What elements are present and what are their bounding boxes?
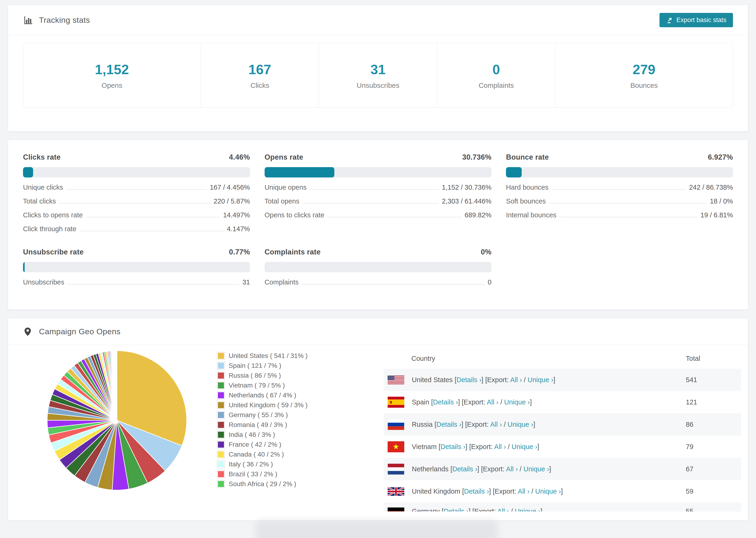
legend-item-united-kingdom: United Kingdom ( 59 / 3% ) bbox=[217, 400, 307, 410]
pie-slice-other[interactable] bbox=[117, 351, 117, 420]
export-all-link[interactable]: All › bbox=[497, 508, 509, 511]
detail-label: Opens to clicks rate bbox=[265, 211, 324, 219]
export-icon bbox=[666, 17, 673, 24]
export-unique-link[interactable]: Unique › bbox=[514, 508, 540, 511]
stat-value: 31 bbox=[319, 62, 437, 77]
detail-value: 19 / 6.81% bbox=[700, 211, 733, 219]
export-unique-link[interactable]: Unique › bbox=[523, 465, 549, 473]
geo-body: United States ( 541 / 31% )Spain ( 121 /… bbox=[8, 345, 748, 520]
rate-detail-row: Hard bounces242 / 86.738% bbox=[506, 184, 733, 191]
rate-title: Clicks rate bbox=[23, 153, 61, 161]
dotted-leader bbox=[59, 203, 210, 203]
legend-item-south-africa: South Africa ( 29 / 2% ) bbox=[217, 479, 307, 489]
export-button-label: Export basic stats bbox=[676, 17, 727, 24]
legend-swatch bbox=[217, 460, 225, 468]
stat-value: 1,152 bbox=[23, 62, 201, 77]
total-cell: 541 bbox=[686, 376, 697, 384]
detail-value: 2,303 / 61.446% bbox=[442, 197, 491, 205]
details-link[interactable]: Details › bbox=[457, 376, 481, 384]
export-all-link[interactable]: All › bbox=[518, 488, 529, 495]
rate-detail-row: Total opens2,303 / 61.446% bbox=[265, 197, 492, 205]
country-name: Germany bbox=[412, 508, 440, 511]
geo-table: Country Total United States [Details ›] … bbox=[384, 348, 741, 511]
geo-row-united-states: United States [Details ›] [Export: All ›… bbox=[384, 369, 741, 391]
stat-label: Opens bbox=[23, 81, 201, 89]
legend-item-italy: Italy ( 36 / 2% ) bbox=[217, 459, 307, 469]
rate-title: Unsubscribe rate bbox=[23, 248, 83, 256]
rate-detail-row: Unique clicks167 / 4.456% bbox=[23, 184, 250, 191]
legend-label: United Kingdom ( 59 / 3% ) bbox=[229, 402, 307, 409]
rates-grid: Clicks rate4.46%Unique clicks167 / 4.456… bbox=[8, 140, 748, 310]
blurred-overlay bbox=[256, 520, 498, 538]
legend-label: Canada ( 40 / 2% ) bbox=[229, 451, 284, 458]
legend-swatch bbox=[217, 401, 225, 409]
detail-label: Total clicks bbox=[23, 197, 56, 205]
details-link[interactable]: Details › bbox=[444, 508, 468, 511]
country-name: Vietnam bbox=[412, 443, 437, 451]
export-unique-link[interactable]: Unique › bbox=[535, 488, 561, 495]
export-all-link[interactable]: All › bbox=[494, 443, 506, 451]
flag-icon-de bbox=[388, 508, 404, 511]
legend-label: Germany ( 55 / 3% ) bbox=[229, 411, 288, 419]
export-unique-link[interactable]: Unique › bbox=[504, 398, 530, 406]
rate-block-complaints-rate: Complaints rate0%Complaints0 bbox=[265, 248, 492, 286]
export-unique-link[interactable]: Unique › bbox=[527, 376, 553, 384]
details-link[interactable]: Details › bbox=[464, 488, 489, 495]
legend-swatch bbox=[217, 411, 225, 419]
legend-item-germany: Germany ( 55 / 3% ) bbox=[217, 410, 307, 420]
export-all-link[interactable]: All › bbox=[510, 376, 522, 384]
legend-label: Vietnam ( 79 / 5% ) bbox=[229, 382, 285, 389]
geo-table-rows: United States [Details ›] [Export: All ›… bbox=[384, 369, 741, 511]
legend-label: United States ( 541 / 31% ) bbox=[229, 352, 307, 360]
geo-row-partial-germany: Germany [Details ›] [Export: All › / Uni… bbox=[384, 503, 741, 511]
detail-label: Unique opens bbox=[265, 184, 307, 191]
legend-label: Netherlands ( 67 / 4% ) bbox=[229, 392, 296, 399]
legend-label: India ( 46 / 3% ) bbox=[229, 431, 275, 439]
export-basic-stats-button[interactable]: Export basic stats bbox=[660, 13, 733, 27]
geo-row-vietnam: Vietnam [Details ›] [Export: All › / Uni… bbox=[384, 436, 741, 458]
export-all-link[interactable]: All › bbox=[490, 421, 502, 428]
detail-label: Click through rate bbox=[23, 225, 76, 233]
legend-item-united-states: United States ( 541 / 31% ) bbox=[217, 351, 307, 361]
legend-swatch bbox=[217, 441, 225, 449]
export-unique-link[interactable]: Unique › bbox=[508, 421, 533, 428]
progress-bar bbox=[23, 167, 250, 178]
legend-swatch bbox=[217, 391, 225, 399]
geo-table-header: Country Total bbox=[384, 348, 741, 369]
summary-stat-complaints: 0Complaints bbox=[437, 43, 555, 108]
dashboard-page: Tracking stats Export basic stats 1,152O… bbox=[0, 0, 756, 534]
stat-label: Bounces bbox=[556, 81, 733, 89]
legend-label: Russia ( 86 / 5% ) bbox=[229, 372, 281, 379]
export-unique-link[interactable]: Unique › bbox=[512, 443, 537, 451]
stat-label: Clicks bbox=[201, 81, 319, 89]
legend-item-india: India ( 46 / 3% ) bbox=[217, 430, 307, 440]
details-link[interactable]: Details › bbox=[441, 443, 465, 451]
rate-detail-row: Clicks to opens rate14.497% bbox=[23, 211, 250, 219]
rate-detail-row: Total clicks220 / 5.87% bbox=[23, 197, 250, 205]
stat-value: 279 bbox=[556, 62, 733, 77]
rate-title: Opens rate bbox=[265, 153, 303, 161]
rate-detail-row: Unsubscribes31 bbox=[23, 278, 250, 286]
country-name: Russia bbox=[412, 421, 433, 428]
details-link[interactable]: Details › bbox=[433, 398, 458, 406]
pie-legend: United States ( 541 / 31% )Spain ( 121 /… bbox=[217, 351, 307, 489]
details-link[interactable]: Details › bbox=[453, 465, 477, 473]
detail-label: Clicks to opens rate bbox=[23, 211, 83, 219]
rate-detail-row: Click through rate4.147% bbox=[23, 225, 250, 233]
details-link[interactable]: Details › bbox=[436, 421, 461, 428]
progress-bar-fill bbox=[23, 262, 25, 272]
detail-value: 220 / 5.87% bbox=[214, 197, 250, 205]
export-all-link[interactable]: All › bbox=[506, 465, 518, 473]
total-cell: 121 bbox=[686, 398, 697, 406]
legend-item-france: France ( 42 / 2% ) bbox=[217, 440, 307, 450]
legend-swatch bbox=[217, 451, 225, 458]
geo-row-netherlands: Netherlands [Details ›] [Export: All › /… bbox=[384, 458, 741, 480]
total-cell: 86 bbox=[686, 421, 693, 428]
detail-value: 4.147% bbox=[227, 225, 250, 233]
rate-block-unsubscribe-rate: Unsubscribe rate0.77%Unsubscribes31 bbox=[23, 248, 250, 286]
legend-swatch bbox=[217, 352, 225, 360]
flag-icon-vn bbox=[388, 441, 404, 452]
rate-block-opens-rate: Opens rate30.736%Unique opens1,152 / 30.… bbox=[265, 153, 492, 233]
detail-value: 14.497% bbox=[223, 211, 250, 219]
export-all-link[interactable]: All › bbox=[487, 398, 499, 406]
